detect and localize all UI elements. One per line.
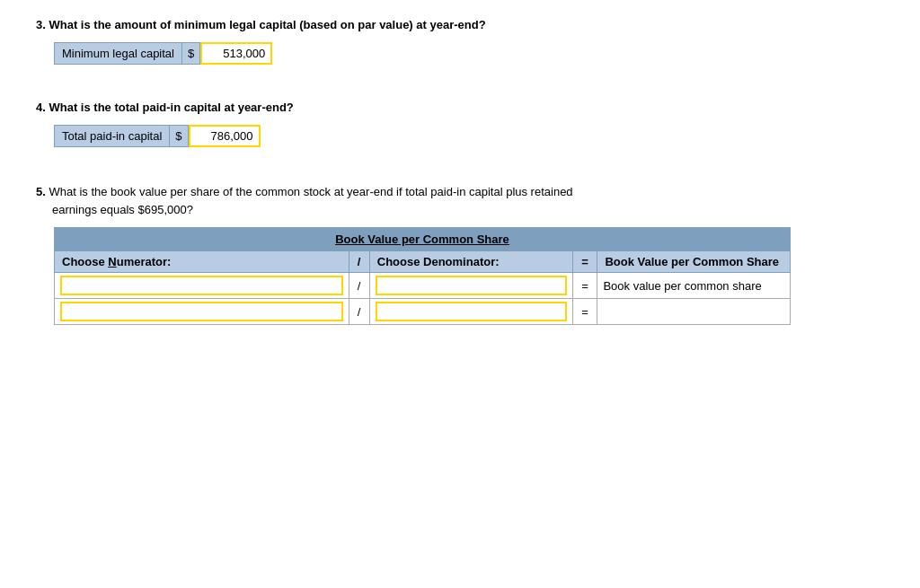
question-5-text: 5. What is the book value per share of t…	[36, 183, 884, 218]
total-paid-in-capital-dollar: $	[170, 125, 188, 147]
denominator-header: Choose Denominator:	[369, 251, 572, 273]
result-cell-1: Book value per common share	[597, 273, 791, 299]
book-value-table: Book Value per Common Share Choose Numer…	[54, 227, 791, 325]
equals-cell-1: =	[572, 273, 597, 299]
denominator-cell-1	[369, 273, 572, 299]
numerator-input-2[interactable]	[60, 302, 343, 321]
result-cell-2	[597, 299, 791, 325]
question-3-input-row: Minimum legal capital $	[54, 42, 884, 65]
table-title: Book Value per Common Share	[55, 228, 791, 251]
denominator-input-1[interactable]	[376, 276, 567, 295]
numerator-input-1[interactable]	[60, 276, 343, 295]
minimum-legal-capital-dollar: $	[182, 42, 200, 65]
minimum-legal-capital-input[interactable]	[200, 42, 272, 65]
table-subheader-row: Choose Numerator: / Choose Denominator: …	[55, 251, 791, 273]
table-header-row: Book Value per Common Share	[55, 228, 791, 251]
total-paid-in-capital-input[interactable]	[189, 125, 261, 147]
numerator-cell-2	[55, 299, 349, 325]
result-header: Book Value per Common Share	[597, 251, 791, 273]
question-5: 5. What is the book value per share of t…	[36, 183, 884, 325]
slash-header: /	[349, 251, 369, 273]
question-4: 4. What is the total paid-in capital at …	[36, 101, 884, 147]
slash-cell-2: /	[349, 299, 369, 325]
question-4-input-row: Total paid-in capital $	[54, 125, 884, 147]
equals-cell-2: =	[572, 299, 597, 325]
numerator-cell-1	[55, 273, 349, 299]
numerator-header: Choose Numerator:	[55, 251, 349, 273]
minimum-legal-capital-label: Minimum legal capital	[54, 42, 182, 65]
slash-cell-1: /	[349, 273, 369, 299]
equals-header: =	[572, 251, 597, 273]
question-3-text: 3. What is the amount of minimum legal c…	[36, 18, 884, 31]
total-paid-in-capital-label: Total paid-in capital	[54, 125, 170, 147]
table-row: / = Book value per common share	[55, 273, 791, 299]
question-4-text: 4. What is the total paid-in capital at …	[36, 101, 884, 114]
denominator-cell-2	[369, 299, 572, 325]
question-3: 3. What is the amount of minimum legal c…	[36, 18, 884, 65]
denominator-input-2[interactable]	[376, 302, 567, 321]
table-row: / =	[55, 299, 791, 325]
